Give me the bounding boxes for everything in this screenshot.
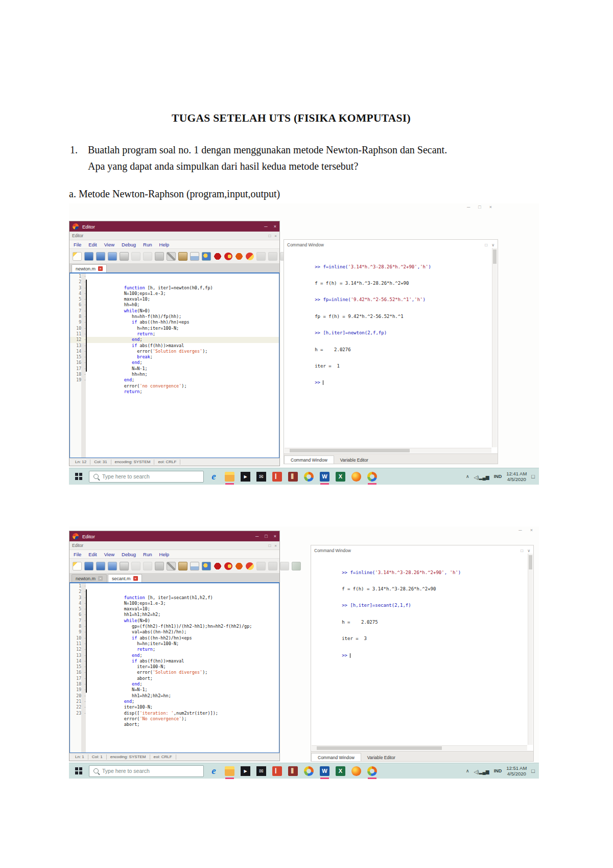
enable-breakpoint-icon[interactable]: [235, 253, 243, 260]
publish-icon[interactable]: [108, 562, 117, 570]
reader-app-icon[interactable]: ▋: [288, 766, 298, 776]
clear-breakpoint-icon[interactable]: [224, 562, 232, 570]
clear-breakpoint-icon[interactable]: [224, 253, 232, 260]
breakpoint-alley[interactable]: [83, 693, 87, 699]
restore-button[interactable]: □: [265, 534, 267, 539]
set-breakpoint-icon[interactable]: [214, 253, 222, 260]
action-center-icon[interactable]: □: [531, 473, 535, 479]
dock-icon[interactable]: □: [521, 549, 523, 553]
find-icon[interactable]: [155, 252, 164, 261]
preferences-gear-icon[interactable]: [202, 252, 211, 261]
editor-tab[interactable]: newton.m ×: [72, 574, 107, 582]
scrollbar-thumb[interactable]: [317, 746, 442, 750]
vertical-scrollbar[interactable]: [492, 248, 497, 447]
new-script-icon[interactable]: [73, 562, 82, 570]
start-button[interactable]: [73, 765, 84, 776]
menu-item[interactable]: Debug: [122, 242, 136, 247]
editor-titlebar[interactable]: Editor ─×: [69, 221, 279, 232]
open-file-icon[interactable]: [84, 252, 93, 261]
close-button[interactable]: ×: [274, 224, 276, 229]
ring-app-icon[interactable]: [303, 471, 314, 482]
menu-item[interactable]: Run: [143, 552, 152, 557]
panel-tab[interactable]: Variable Editor: [361, 753, 402, 761]
editor-titlebar[interactable]: Editor ─□×: [69, 531, 279, 541]
matlab-icon[interactable]: [367, 766, 378, 776]
close-tab-icon[interactable]: ×: [98, 576, 103, 581]
dock-icon[interactable]: □: [485, 243, 487, 247]
close-icon[interactable]: ×: [274, 543, 277, 548]
menu-item[interactable]: Edit: [88, 552, 97, 557]
step-icon[interactable]: [256, 562, 266, 570]
compare-icon[interactable]: [190, 562, 199, 570]
volume-icon[interactable]: ◁): [474, 475, 479, 480]
save-icon[interactable]: [96, 252, 105, 261]
open-file-icon[interactable]: [84, 562, 93, 570]
mail-icon[interactable]: ✉: [256, 766, 267, 776]
breakpoint-alley[interactable]: [83, 699, 87, 704]
redo-icon[interactable]: [143, 252, 152, 261]
movies-tv-icon[interactable]: ▶: [240, 766, 251, 776]
close-tab-icon[interactable]: ×: [98, 266, 103, 271]
word-icon[interactable]: W: [319, 766, 330, 776]
breakpoint-alley[interactable]: [83, 711, 87, 716]
print-icon[interactable]: [120, 562, 129, 570]
network-icon[interactable]: ▂▄▆: [479, 769, 489, 774]
file-explorer-icon[interactable]: [224, 766, 235, 776]
menu-item[interactable]: Help: [159, 552, 170, 557]
excel-icon[interactable]: X: [335, 766, 346, 776]
movies-tv-icon[interactable]: ▶: [240, 471, 251, 482]
breakpoint-alley[interactable]: [83, 583, 87, 589]
vertical-scrollbar[interactable]: [528, 554, 533, 745]
save-icon[interactable]: [96, 562, 105, 570]
firefox-icon[interactable]: [351, 766, 362, 776]
minimize-button[interactable]: ─: [467, 204, 470, 210]
code-editor[interactable]: 1 function [h, iter]=secant(h1,h2,f) 2: [69, 582, 279, 753]
run-icon[interactable]: [292, 562, 301, 570]
scrollbar-thumb[interactable]: [493, 249, 497, 264]
close-button[interactable]: ×: [489, 204, 492, 210]
volume-icon[interactable]: ◁): [474, 769, 479, 774]
editor-tab[interactable]: newton.m ×: [72, 264, 107, 272]
edge-icon[interactable]: e: [208, 766, 219, 776]
language-indicator[interactable]: IND: [494, 768, 502, 773]
minimize-button[interactable]: ─: [255, 534, 258, 539]
publish-icon[interactable]: [108, 252, 117, 261]
excel-icon[interactable]: X: [335, 471, 346, 482]
conditional-breakpoint-icon[interactable]: [246, 562, 254, 570]
minimize-button[interactable]: ─: [264, 224, 267, 229]
taskbar-search[interactable]: Type here to search: [89, 471, 204, 483]
mail-icon[interactable]: ✉: [256, 471, 267, 482]
collapse-icon[interactable]: ∨: [491, 243, 494, 247]
word-icon[interactable]: W: [319, 471, 330, 482]
minimize-button[interactable]: ─: [518, 528, 522, 533]
undock-icon[interactable]: □: [268, 543, 271, 548]
step-in-icon[interactable]: [268, 252, 277, 261]
scrollbar-thumb[interactable]: [290, 449, 410, 452]
network-icon[interactable]: ▂▄▆: [479, 475, 489, 480]
red-app-icon[interactable]: ▎: [272, 471, 282, 482]
menu-item[interactable]: Help: [159, 242, 170, 247]
close-button[interactable]: ×: [530, 528, 533, 533]
close-button[interactable]: ×: [274, 534, 276, 539]
step-out-icon[interactable]: [280, 562, 289, 570]
editor-tab[interactable]: secant.m ×: [108, 574, 142, 582]
breakpoint-alley[interactable]: [83, 704, 87, 710]
menu-item[interactable]: Debug: [122, 552, 136, 557]
ring-app-icon[interactable]: [303, 766, 314, 776]
menu-item[interactable]: File: [74, 242, 81, 247]
start-button[interactable]: [73, 471, 84, 482]
command-output[interactable]: >> f=inline('3.14*h.^3-28.26*h.^2+90','h…: [287, 253, 490, 447]
hidden-icons-chevron[interactable]: ∧: [466, 474, 469, 479]
menu-item[interactable]: View: [104, 552, 114, 557]
horizontal-scrollbar[interactable]: [312, 745, 527, 750]
red-app-icon[interactable]: ▎: [272, 766, 282, 776]
file-explorer-icon[interactable]: [224, 471, 235, 482]
breakpoint-alley[interactable]: [83, 273, 87, 279]
preferences-gear-icon[interactable]: [202, 562, 211, 570]
menu-item[interactable]: File: [74, 552, 81, 557]
find-icon[interactable]: [155, 562, 164, 570]
hidden-icons-chevron[interactable]: ∧: [466, 768, 469, 773]
undo-icon[interactable]: [131, 562, 140, 570]
breakpoint-alley[interactable]: [83, 372, 87, 377]
menu-item[interactable]: View: [104, 242, 114, 247]
